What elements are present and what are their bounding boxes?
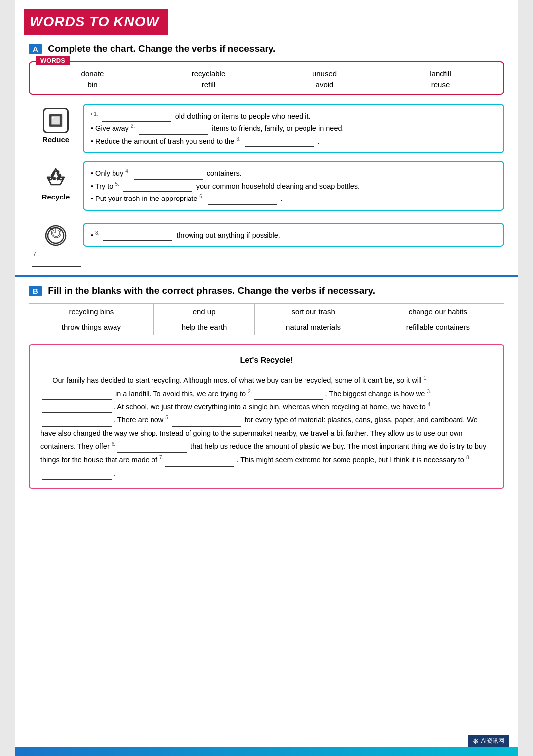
word-5: bin xyxy=(35,80,151,90)
svg-text:↻: ↻ xyxy=(49,224,63,242)
word-4: landfill xyxy=(382,68,498,79)
section-a-heading: A Complete the chart. Change the verbs i… xyxy=(29,43,504,54)
header-banner: WORDS TO KNOW xyxy=(24,9,168,35)
reduce-text-3a: • Reduce the amount of trash you send to… xyxy=(91,137,241,145)
watermark-icon: ❋ xyxy=(473,737,479,745)
reading-box: Let's Recycle! Our family has decided to… xyxy=(29,344,504,488)
reuse-row: ↻ 7 • 8. throwing out anything if possib… xyxy=(29,219,504,268)
activity-area: 🔲 Reduce • 1. old clothing or items to p… xyxy=(29,104,504,267)
reading-body: Our family has decided to start recyclin… xyxy=(40,374,493,480)
blank-8-reuse[interactable] xyxy=(103,233,172,241)
blank3-num: 3. xyxy=(427,389,431,394)
reduce-item-2: • Give away 2. items to friends, family,… xyxy=(91,122,496,134)
section-b-title: Fill in the blanks with the correct phra… xyxy=(48,285,375,296)
words-grid: donate recyclable unused landfill bin re… xyxy=(35,68,498,90)
reduce-icon: 🔲 xyxy=(43,108,69,133)
blank-5[interactable] xyxy=(123,184,192,192)
page-title: WORDS TO KNOW xyxy=(30,14,159,30)
recycle-icon-area: ♻ Recycle xyxy=(29,161,83,201)
recycle-text-5b: your common household cleaning and soap … xyxy=(196,182,360,190)
reading-after1: in a landfill. To avoid this, we are try… xyxy=(114,390,248,398)
blank2-num: 2. xyxy=(248,389,252,394)
reading-blank-6[interactable] xyxy=(117,445,187,453)
blank6-num: 6. xyxy=(112,441,115,447)
reading-after8: . xyxy=(114,469,115,477)
reduce-item-3: • Reduce the amount of trash you send to… xyxy=(91,135,496,147)
phrase-8: refillable containers xyxy=(372,319,504,335)
reuse-icon: ↻ xyxy=(43,223,69,248)
reuse-num-7: 7 xyxy=(29,250,36,258)
section-a: A Complete the chart. Change the verbs i… xyxy=(15,35,518,267)
phrase-1: recycling bins xyxy=(29,304,154,319)
section-a-title: Complete the chart. Change the verbs if … xyxy=(48,43,275,54)
reading-title: Let's Recycle! xyxy=(40,353,493,368)
blank4-num: 4. xyxy=(428,402,432,407)
reading-after3: . At school, we just throw everything in… xyxy=(114,403,428,411)
num-5: 5. xyxy=(115,181,119,187)
phrase-3: sort our trash xyxy=(255,304,372,319)
blank-2[interactable] xyxy=(139,127,208,135)
reuse-bullet: • 8. xyxy=(91,231,99,239)
num-3: 3. xyxy=(236,136,240,142)
num-2: 2. xyxy=(131,123,135,129)
svg-text:♻: ♻ xyxy=(49,167,63,184)
blank-1[interactable] xyxy=(102,115,171,122)
reading-blank-1[interactable] xyxy=(42,393,112,400)
recycle-text-4a: • Only buy 4. xyxy=(91,169,130,177)
blank-6[interactable] xyxy=(208,197,277,205)
num-1: • 1. xyxy=(91,111,98,117)
phrases-row-2: throw things away help the earth natural… xyxy=(29,319,504,335)
reading-blank-5[interactable] xyxy=(172,419,241,427)
phrase-5: throw things away xyxy=(29,319,154,335)
reading-intro: Our family has decided to start recyclin… xyxy=(40,376,423,384)
recycle-item-4: • Only buy 4. containers. xyxy=(91,167,496,179)
reading-blank-7[interactable] xyxy=(165,459,234,467)
watermark-text: AI资讯网 xyxy=(481,737,504,745)
blank5-num: 5. xyxy=(165,415,169,421)
reading-blank-8[interactable] xyxy=(42,472,112,480)
reading-after2: . The biggest change is how we xyxy=(325,390,427,398)
section-b-label: B xyxy=(29,286,42,296)
reduce-label: Reduce xyxy=(42,135,69,144)
recycle-icon: ♻ xyxy=(43,165,69,193)
word-3: unused xyxy=(266,68,382,79)
recycle-item-5: • Try to 5. your common household cleani… xyxy=(91,180,496,192)
recycle-item-6: • Put your trash in the appropriate 6. . xyxy=(91,192,496,204)
reading-blank-3[interactable] xyxy=(42,406,112,414)
reduce-item-1: • 1. old clothing or items to people who… xyxy=(91,110,496,122)
word-6: refill xyxy=(151,80,266,90)
blank-7[interactable] xyxy=(32,259,81,268)
num-6: 6. xyxy=(199,194,203,199)
blank-4[interactable] xyxy=(134,172,203,180)
word-7: avoid xyxy=(266,80,382,90)
reading-body-text: Our family has decided to start recyclin… xyxy=(40,376,486,477)
reading-after4: . There are now xyxy=(114,416,165,424)
reduce-content: • 1. old clothing or items to people who… xyxy=(83,104,504,153)
phrase-6: help the earth xyxy=(153,319,255,335)
blank-3[interactable] xyxy=(245,139,314,147)
reading-blank-4[interactable] xyxy=(42,419,112,427)
recycle-text-5a: • Try to 5. xyxy=(91,182,119,190)
reduce-icon-area: 🔲 Reduce xyxy=(29,104,83,144)
blank7-num: 7. xyxy=(159,455,163,460)
word-8: reuse xyxy=(382,80,498,90)
phrase-2: end up xyxy=(153,304,255,319)
blank8-num: 8. xyxy=(466,455,470,460)
reduce-row: 🔲 Reduce • 1. old clothing or items to p… xyxy=(29,104,504,153)
bottom-stripe xyxy=(15,747,518,756)
reading-blank-2[interactable] xyxy=(254,393,323,400)
reuse-icon-area: ↻ 7 xyxy=(29,219,83,268)
recycle-text-6a: • Put your trash in the appropriate 6. xyxy=(91,195,204,202)
phrase-7: natural materials xyxy=(255,319,372,335)
reuse-item-8: • 8. throwing out anything if possible. xyxy=(91,229,496,241)
blank1-num: 1. xyxy=(423,375,427,381)
reduce-text-1: old clothing or items to people who need… xyxy=(175,112,311,120)
reuse-content: • 8. throwing out anything if possible. xyxy=(83,223,504,247)
recycle-content: • Only buy 4. containers. • Try to 5. yo… xyxy=(83,161,504,210)
words-label: WORDS xyxy=(36,56,70,65)
watermark: ❋ AI资讯网 xyxy=(468,735,509,747)
section-b: B Fill in the blanks with the correct ph… xyxy=(15,275,518,488)
phrases-row-1: recycling bins end up sort our trash cha… xyxy=(29,304,504,319)
word-1: donate xyxy=(35,68,151,79)
words-box: WORDS donate recyclable unused landfill … xyxy=(29,61,504,95)
